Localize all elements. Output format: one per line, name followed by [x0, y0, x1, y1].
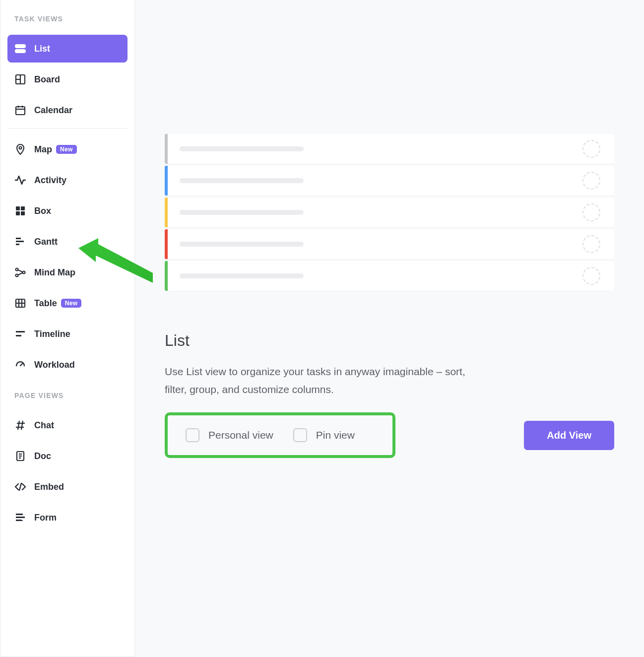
view-description: Use List view to organize your tasks in … [165, 363, 487, 398]
placeholder-avatar [582, 235, 600, 253]
main-panel: List Use List view to organize your task… [135, 0, 644, 657]
workload-icon [14, 359, 26, 371]
svg-line-30 [21, 421, 23, 430]
sidebar-item-label: Doc [34, 451, 51, 461]
sidebar-item-gantt[interactable]: Gantt [7, 228, 128, 256]
sidebar-item-label: Mind Map [34, 267, 75, 278]
sidebar-item-label: Chat [34, 420, 54, 431]
placeholder-avatar [582, 140, 600, 158]
placeholder-bar [180, 242, 304, 247]
sidebar-item-doc[interactable]: Doc [7, 442, 128, 470]
gantt-icon [14, 236, 26, 248]
sidebar-item-board[interactable]: Board [7, 66, 128, 93]
list-preview [165, 134, 614, 291]
svg-rect-15 [16, 241, 24, 242]
sidebar-item-workload[interactable]: Workload [7, 351, 128, 379]
new-badge: New [61, 299, 82, 308]
svg-rect-25 [16, 335, 21, 336]
sidebar-item-list[interactable]: List [7, 35, 128, 63]
sidebar-item-label: Table [34, 298, 57, 309]
preview-row [165, 197, 614, 227]
preview-row [165, 166, 614, 196]
pin-view-option[interactable]: Pin view [293, 428, 355, 442]
placeholder-avatar [582, 267, 600, 285]
timeline-icon [14, 328, 26, 340]
svg-point-18 [16, 274, 18, 277]
sidebar-item-chat[interactable]: Chat [7, 411, 128, 439]
preview-row [165, 229, 614, 259]
hash-icon [14, 419, 26, 431]
svg-rect-37 [16, 517, 25, 518]
preview-row [165, 261, 614, 291]
placeholder-bar [180, 273, 304, 278]
svg-point-17 [16, 268, 18, 271]
table-icon [14, 297, 26, 309]
checkbox-personal[interactable] [186, 428, 199, 442]
sidebar-item-label: Activity [34, 175, 66, 186]
placeholder-bar [180, 178, 304, 183]
svg-rect-16 [16, 244, 19, 245]
svg-rect-14 [16, 238, 21, 239]
new-badge: New [56, 145, 77, 154]
mindmap-icon [14, 266, 26, 278]
activity-icon [14, 174, 26, 186]
add-view-button[interactable]: Add View [524, 421, 614, 450]
section-title-page-views: PAGE VIEWS [7, 382, 128, 411]
svg-rect-10 [16, 206, 20, 210]
section-title-task-views: TASK VIEWS [7, 12, 128, 35]
placeholder-avatar [582, 172, 600, 190]
box-icon [14, 205, 26, 217]
svg-line-29 [18, 421, 19, 430]
svg-rect-1 [15, 50, 25, 53]
sidebar-item-table[interactable]: Table New [7, 289, 128, 317]
list-icon [14, 43, 26, 55]
map-pin-icon [14, 143, 26, 155]
doc-icon [14, 450, 26, 462]
svg-rect-12 [16, 211, 20, 215]
placeholder-bar [180, 210, 304, 215]
form-icon [14, 512, 26, 524]
calendar-icon [14, 104, 26, 116]
sidebar-item-activity[interactable]: Activity [7, 166, 128, 194]
personal-view-option[interactable]: Personal view [186, 428, 273, 442]
checkbox-pin[interactable] [293, 428, 307, 442]
svg-line-26 [20, 363, 23, 366]
sidebar-item-map[interactable]: Map New [7, 135, 128, 163]
sidebar-item-mindmap[interactable]: Mind Map [7, 259, 128, 286]
svg-rect-13 [21, 211, 25, 215]
sidebar-item-label: Embed [34, 482, 64, 492]
sidebar-item-timeline[interactable]: Timeline [7, 320, 128, 348]
view-options-highlight: Personal view Pin view [165, 412, 395, 458]
board-icon [14, 73, 26, 85]
footer-row: Personal view Pin view Add View [165, 412, 614, 458]
option-label: Personal view [208, 429, 273, 441]
svg-line-35 [19, 483, 21, 490]
sidebar-item-label: Gantt [34, 237, 58, 247]
sidebar-item-label: Form [34, 513, 57, 523]
preview-row [165, 134, 614, 164]
svg-rect-11 [21, 206, 25, 210]
sidebar: TASK VIEWS List Board [0, 0, 135, 657]
code-icon [14, 481, 26, 493]
sidebar-item-box[interactable]: Box [7, 197, 128, 225]
sidebar-item-embed[interactable]: Embed [7, 473, 128, 501]
svg-rect-5 [16, 107, 25, 115]
sidebar-item-label: Map [34, 144, 52, 155]
sidebar-item-label: Box [34, 206, 51, 216]
sidebar-item-label: List [34, 44, 50, 54]
svg-rect-24 [16, 331, 25, 332]
svg-marker-38 [16, 520, 23, 521]
svg-rect-0 [15, 45, 25, 48]
svg-point-19 [23, 271, 25, 274]
sidebar-item-form[interactable]: Form [7, 504, 128, 531]
svg-point-9 [19, 147, 22, 149]
sidebar-item-label: Workload [34, 360, 75, 370]
svg-rect-36 [16, 514, 23, 515]
sidebar-item-calendar[interactable]: Calendar [7, 96, 128, 124]
option-label: Pin view [316, 429, 355, 441]
view-title: List [165, 331, 614, 350]
sidebar-item-label: Timeline [34, 329, 70, 339]
placeholder-avatar [582, 203, 600, 221]
sidebar-item-label: Calendar [34, 105, 72, 116]
placeholder-bar [180, 146, 304, 151]
